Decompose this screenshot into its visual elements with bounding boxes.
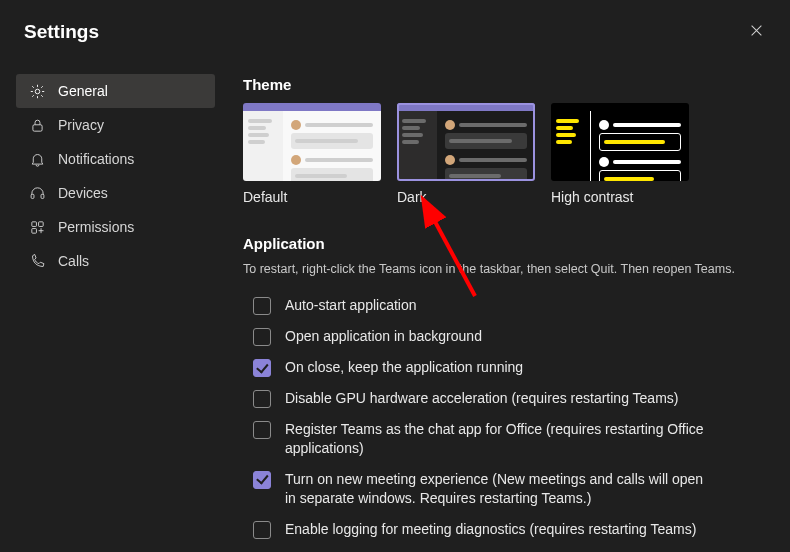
theme-heading: Theme xyxy=(243,76,766,93)
theme-label: High contrast xyxy=(551,189,689,205)
sidebar-item-label: Privacy xyxy=(58,117,104,133)
app-option[interactable]: Open application in background xyxy=(243,321,766,352)
svg-rect-2 xyxy=(31,194,34,198)
apps-icon xyxy=(28,218,46,236)
sidebar-item-label: Calls xyxy=(58,253,89,269)
theme-thumbnail xyxy=(397,103,535,181)
app-option[interactable]: Disable GPU hardware acceleration (requi… xyxy=(243,383,766,414)
sidebar-item-label: Devices xyxy=(58,185,108,201)
checkbox[interactable] xyxy=(253,421,271,439)
settings-sidebar: GeneralPrivacyNotificationsDevicesPermis… xyxy=(0,74,215,552)
checkbox[interactable] xyxy=(253,390,271,408)
svg-rect-4 xyxy=(31,221,36,226)
theme-thumbnail xyxy=(243,103,381,181)
app-option-label: Disable GPU hardware acceleration (requi… xyxy=(285,389,678,408)
svg-rect-6 xyxy=(31,228,36,233)
app-option-label: On close, keep the application running xyxy=(285,358,523,377)
sidebar-item-label: Permissions xyxy=(58,219,134,235)
app-option[interactable]: Auto-start application xyxy=(243,290,766,321)
app-option-label: Enable logging for meeting diagnostics (… xyxy=(285,520,696,539)
sidebar-item-privacy[interactable]: Privacy xyxy=(16,108,215,142)
gear-icon xyxy=(28,82,46,100)
checkbox[interactable] xyxy=(253,328,271,346)
application-hint: To restart, right-click the Teams icon i… xyxy=(243,262,766,276)
page-title: Settings xyxy=(24,21,99,43)
svg-rect-5 xyxy=(38,221,43,226)
sidebar-item-devices[interactable]: Devices xyxy=(16,176,215,210)
theme-label: Default xyxy=(243,189,381,205)
svg-point-0 xyxy=(35,89,40,94)
theme-thumbnail xyxy=(551,103,689,181)
checkbox[interactable] xyxy=(253,297,271,315)
checkbox[interactable] xyxy=(253,359,271,377)
close-button[interactable] xyxy=(742,18,770,46)
theme-option-dark[interactable]: Dark xyxy=(397,103,535,205)
theme-option-hc[interactable]: High contrast xyxy=(551,103,689,205)
theme-option-default[interactable]: Default xyxy=(243,103,381,205)
app-option-label: Auto-start application xyxy=(285,296,417,315)
lock-icon xyxy=(28,116,46,134)
svg-rect-3 xyxy=(41,194,44,198)
app-option-label: Turn on new meeting experience (New meet… xyxy=(285,470,715,508)
headset-icon xyxy=(28,184,46,202)
app-option-label: Open application in background xyxy=(285,327,482,346)
checkbox[interactable] xyxy=(253,471,271,489)
app-option[interactable]: Turn on new meeting experience (New meet… xyxy=(243,464,766,514)
app-option[interactable]: On close, keep the application running xyxy=(243,352,766,383)
sidebar-item-permissions[interactable]: Permissions xyxy=(16,210,215,244)
sidebar-item-notifications[interactable]: Notifications xyxy=(16,142,215,176)
checkbox[interactable] xyxy=(253,521,271,539)
app-option[interactable]: Enable logging for meeting diagnostics (… xyxy=(243,514,766,545)
app-option[interactable]: Register Teams as the chat app for Offic… xyxy=(243,414,766,464)
sidebar-item-label: Notifications xyxy=(58,151,134,167)
sidebar-item-general[interactable]: General xyxy=(16,74,215,108)
sidebar-item-label: General xyxy=(58,83,108,99)
application-heading: Application xyxy=(243,235,766,252)
theme-label: Dark xyxy=(397,189,535,205)
theme-options: DefaultDarkHigh contrast xyxy=(243,103,766,205)
sidebar-item-calls[interactable]: Calls xyxy=(16,244,215,278)
app-option-label: Register Teams as the chat app for Offic… xyxy=(285,420,715,458)
phone-icon xyxy=(28,252,46,270)
svg-rect-1 xyxy=(32,124,41,130)
close-icon xyxy=(750,24,763,40)
bell-icon xyxy=(28,150,46,168)
